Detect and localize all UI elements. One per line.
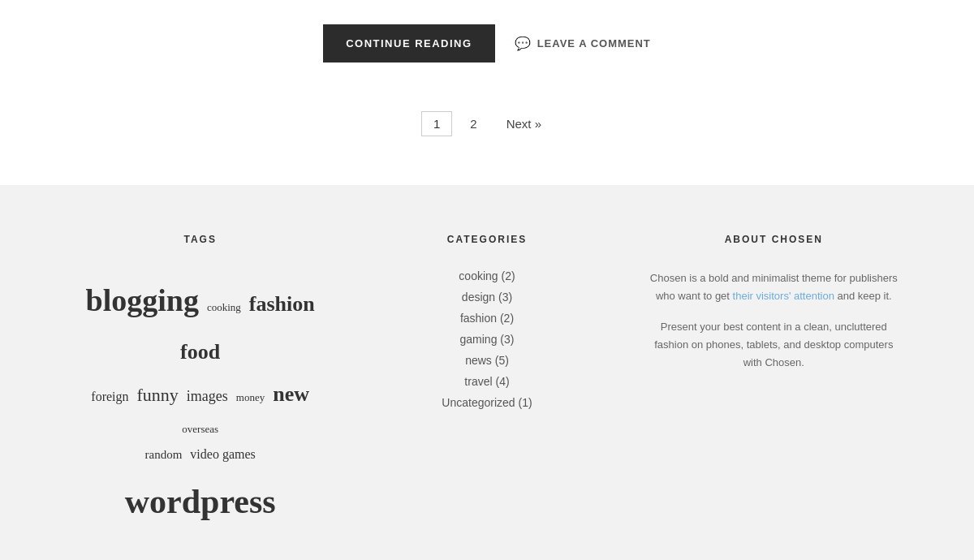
about-paragraph-1: Chosen is a bold and minimalist theme fo… xyxy=(647,269,901,305)
tag-random[interactable]: random xyxy=(145,448,183,461)
current-page: 1 xyxy=(421,111,452,136)
category-fashion-link[interactable]: fashion (2) xyxy=(460,312,514,325)
page-2-link[interactable]: 2 xyxy=(459,112,488,136)
tag-new[interactable]: new xyxy=(273,382,309,406)
category-gaming: gaming (3) xyxy=(360,333,614,346)
category-cooking-link[interactable]: cooking (2) xyxy=(459,269,515,282)
about-text: Chosen is a bold and minimalist theme fo… xyxy=(647,269,901,372)
categories-list: cooking (2) design (3) fashion (2) gamin… xyxy=(360,269,614,409)
tags-widget: TAGS blogging cooking fashion food forei… xyxy=(73,234,327,536)
category-travel: travel (4) xyxy=(360,375,614,388)
leave-comment-label: LEAVE A COMMENT xyxy=(537,37,651,50)
category-cooking-count: (2) xyxy=(502,269,515,282)
category-gaming-link[interactable]: gaming (3) xyxy=(460,333,515,346)
tag-food[interactable]: food xyxy=(180,340,220,364)
category-uncategorized: Uncategorized (1) xyxy=(360,396,614,409)
category-travel-link[interactable]: travel (4) xyxy=(464,375,509,388)
pagination: 1 2 Next » xyxy=(421,111,553,136)
category-design: design (3) xyxy=(360,291,614,304)
category-fashion: fashion (2) xyxy=(360,312,614,325)
leave-comment-link[interactable]: 💬 LEAVE A COMMENT xyxy=(515,36,651,51)
category-news: news (5) xyxy=(360,354,614,367)
tag-images[interactable]: images xyxy=(187,388,228,404)
tag-blogging[interactable]: blogging xyxy=(86,283,199,317)
category-fashion-count: (2) xyxy=(500,312,514,325)
tag-videogames[interactable]: video games xyxy=(190,447,255,461)
about-paragraph-2: Present your best content in a clean, un… xyxy=(647,318,901,372)
tag-cooking[interactable]: cooking xyxy=(207,301,241,313)
category-gaming-count: (3) xyxy=(500,333,514,346)
action-bar: CONTINUE READING 💬 LEAVE A COMMENT xyxy=(323,24,651,62)
categories-widget: CATEGORIES cooking (2) design (3) fashio… xyxy=(360,234,614,536)
category-cooking: cooking (2) xyxy=(360,269,614,282)
category-news-link[interactable]: news (5) xyxy=(465,354,509,367)
top-section: CONTINUE READING 💬 LEAVE A COMMENT 1 2 N… xyxy=(0,0,974,185)
category-uncategorized-count: (1) xyxy=(519,396,532,409)
category-travel-count: (4) xyxy=(495,375,509,388)
footer-widgets: TAGS blogging cooking fashion food forei… xyxy=(41,234,933,560)
about-title: ABOUT CHOSEN xyxy=(647,234,901,245)
about-widget: ABOUT CHOSEN Chosen is a bold and minima… xyxy=(647,234,901,536)
category-design-link[interactable]: design (3) xyxy=(462,291,512,304)
comment-icon: 💬 xyxy=(515,36,532,51)
continue-reading-button[interactable]: CONTINUE READING xyxy=(323,24,494,62)
tags-title: TAGS xyxy=(73,234,327,245)
tag-fashion[interactable]: fashion xyxy=(249,292,315,316)
category-uncategorized-link[interactable]: Uncategorized (1) xyxy=(442,396,532,409)
next-page-link[interactable]: Next » xyxy=(495,112,553,136)
tag-cloud: blogging cooking fashion food foreign fu… xyxy=(73,269,327,536)
tag-wordpress[interactable]: wordpress xyxy=(125,483,276,520)
about-attention-link[interactable]: their visitors' attention xyxy=(733,290,834,302)
categories-title: CATEGORIES xyxy=(360,234,614,245)
category-design-count: (3) xyxy=(498,291,512,304)
tag-foreign[interactable]: foreign xyxy=(91,390,128,403)
tag-funny[interactable]: funny xyxy=(137,385,179,405)
tag-money[interactable]: money xyxy=(236,391,265,403)
tag-overseas[interactable]: overseas xyxy=(182,423,218,435)
category-news-count: (5) xyxy=(495,354,509,367)
footer: TAGS blogging cooking fashion food forei… xyxy=(0,185,974,560)
